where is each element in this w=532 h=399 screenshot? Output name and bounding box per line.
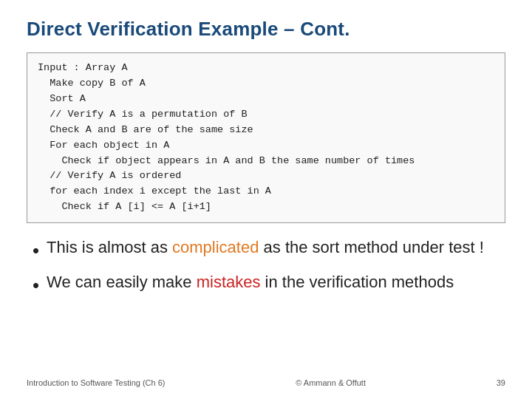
bullet-1-highlight: complicated [172, 238, 259, 256]
footer: Introduction to Software Testing (Ch 6) … [27, 372, 505, 387]
footer-left: Introduction to Software Testing (Ch 6) [27, 378, 166, 387]
code-line-2: Make copy B of A [38, 76, 494, 92]
bullet-text-2: We can easily make mistakes in the verif… [47, 271, 454, 293]
bullet-section: • This is almost as complicated as the s… [27, 236, 505, 372]
footer-center: © Ammann & Offutt [296, 378, 366, 387]
code-line-10: Check if A [i] <= A [i+1] [38, 200, 494, 215]
slide: Direct Verification Example – Cont. Inpu… [0, 0, 532, 399]
code-line-6: For each object in A [38, 138, 494, 154]
bullet-dot-2: • [33, 273, 39, 299]
footer-right: 39 [497, 378, 505, 387]
code-line-8: // Verify A is ordered [38, 168, 494, 184]
code-line-7: Check if object appears in A and B the s… [38, 154, 494, 169]
bullet-item-1: • This is almost as complicated as the s… [33, 236, 505, 264]
code-line-1: Input : Array A [38, 61, 494, 76]
page-title: Direct Verification Example – Cont. [27, 18, 505, 41]
code-block: Input : Array A Make copy B of A Sort A … [27, 52, 505, 223]
code-line-3: Sort A [38, 92, 494, 107]
bullet-item-2: • We can easily make mistakes in the ver… [33, 271, 505, 299]
code-line-4: // Verify A is a permutation of B [38, 107, 494, 123]
bullet-2-before: We can easily make [47, 273, 197, 291]
bullet-1-after: as the sort method under test ! [259, 238, 484, 256]
bullet-2-after: in the verification methods [260, 273, 454, 291]
code-line-5: Check A and B are of the same size [38, 123, 494, 138]
code-line-9: for each index i except the last in A [38, 184, 494, 200]
bullet-dot-1: • [33, 238, 39, 264]
bullet-1-before: This is almost as [47, 238, 172, 256]
bullet-text-1: This is almost as complicated as the sor… [47, 236, 484, 259]
bullet-2-highlight: mistakes [197, 273, 261, 291]
